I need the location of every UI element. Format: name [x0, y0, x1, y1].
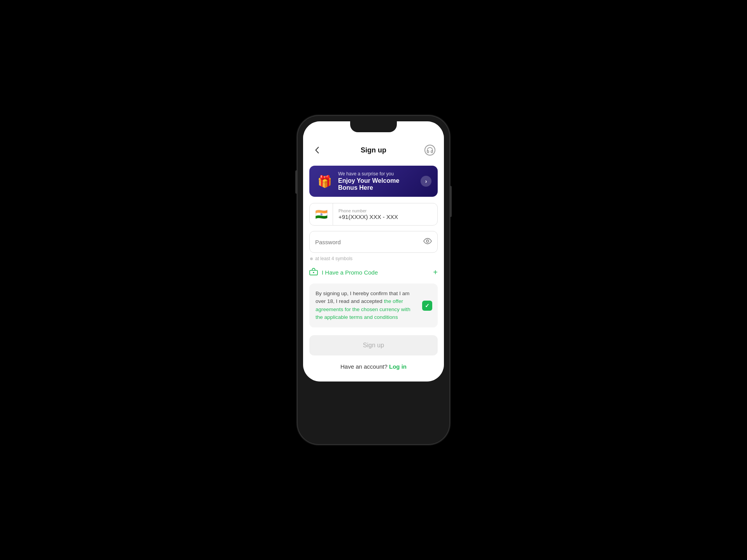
banner-title: Enjoy Your Welcome Bonus Here	[338, 177, 416, 191]
notch	[350, 121, 397, 132]
hint-dot-icon	[310, 257, 313, 260]
svg-point-0	[426, 240, 429, 242]
promo-label: I Have a Promo Code	[322, 269, 429, 276]
hint-text: at least 4 symbols	[315, 256, 352, 261]
gift-icon: 🎁	[316, 172, 333, 190]
support-button[interactable]	[424, 144, 436, 156]
phone-screen: Sign up 🎁 We h	[303, 121, 444, 382]
password-input[interactable]	[315, 239, 423, 245]
form-body: 🎁 We have a surprise for you Enjoy Your …	[303, 162, 444, 382]
country-selector[interactable]: 🇮🇳	[310, 203, 333, 225]
banner-subtitle: We have a surprise for you	[338, 171, 416, 177]
terms-text: By signing up, I hereby confirm that I a…	[316, 290, 431, 321]
promo-section[interactable]: I Have a Promo Code +	[309, 268, 438, 277]
phone-label: Phone number	[338, 208, 432, 213]
password-hint: at least 4 symbols	[309, 256, 438, 261]
back-button[interactable]	[311, 144, 323, 156]
promo-plus-icon[interactable]: +	[433, 268, 438, 277]
promo-icon	[309, 268, 318, 277]
terms-checkbox[interactable]: ✓	[422, 301, 432, 311]
phone-input-wrapper: Phone number +91(XXXX) XXX - XXX	[333, 208, 437, 220]
terms-section: By signing up, I hereby confirm that I a…	[309, 284, 438, 327]
status-bar	[303, 121, 444, 138]
eye-icon[interactable]	[423, 238, 432, 246]
india-flag-icon: 🇮🇳	[315, 209, 328, 219]
welcome-banner[interactable]: 🎁 We have a surprise for you Enjoy Your …	[309, 166, 438, 197]
page-title: Sign up	[361, 146, 386, 154]
phone-field[interactable]: 🇮🇳 Phone number +91(XXXX) XXX - XXX	[309, 203, 438, 226]
app-header: Sign up	[303, 138, 444, 162]
app-content: Sign up 🎁 We h	[303, 138, 444, 382]
banner-arrow-icon: ›	[421, 176, 431, 187]
login-static-text: Have an account?	[340, 363, 389, 370]
phone-device: Sign up 🎁 We h	[298, 116, 449, 444]
password-field[interactable]	[309, 231, 438, 253]
svg-point-2	[313, 272, 314, 273]
login-link[interactable]: Log in	[389, 363, 407, 370]
signup-button[interactable]: Sign up	[309, 335, 438, 355]
checkmark-icon: ✓	[425, 303, 430, 309]
support-icon	[424, 145, 435, 156]
banner-text: We have a surprise for you Enjoy Your We…	[338, 171, 416, 191]
login-section: Have an account? Log in	[309, 363, 438, 370]
phone-placeholder[interactable]: +91(XXXX) XXX - XXX	[338, 214, 432, 220]
